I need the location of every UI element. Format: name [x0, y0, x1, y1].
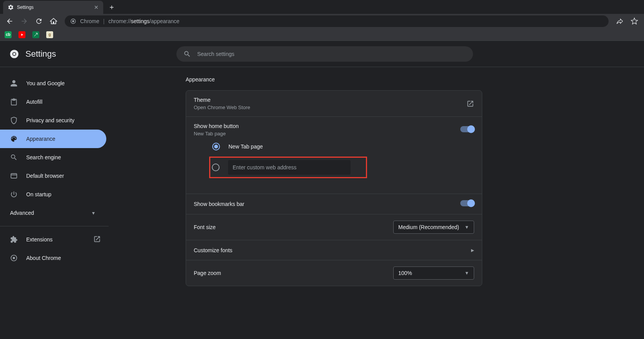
- sidebar: You and Google Autofill Privacy and secu…: [0, 67, 109, 339]
- row-title: Page zoom: [194, 270, 393, 276]
- custom-address-input[interactable]: [228, 160, 351, 175]
- font-size-select[interactable]: Medium (Recommended) ▼: [393, 221, 474, 234]
- svg-rect-5: [11, 174, 17, 178]
- sidebar-item-about[interactable]: About Chrome: [0, 249, 109, 267]
- row-bookmarks-bar: Show bookmarks bar: [186, 194, 482, 214]
- svg-point-1: [72, 20, 74, 22]
- sidebar-item-appearance[interactable]: Appearance: [0, 130, 106, 148]
- sidebar-item-extensions[interactable]: Extensions: [0, 230, 109, 249]
- sidebar-item-on-startup[interactable]: On startup: [0, 185, 109, 204]
- forward-button[interactable]: [18, 15, 31, 28]
- svg-point-4: [13, 52, 16, 55]
- row-title: Customize fonts: [194, 247, 471, 253]
- star-icon: [631, 17, 638, 25]
- chevron-right-icon: ▸: [471, 246, 474, 254]
- bookmark-icon-goodreads[interactable]: g: [46, 31, 53, 38]
- svg-point-8: [13, 257, 15, 259]
- sidebar-advanced-label: Advanced: [10, 210, 34, 216]
- close-icon[interactable]: ✕: [94, 4, 99, 10]
- palette-icon: [10, 135, 18, 143]
- home-button[interactable]: [47, 15, 60, 28]
- sidebar-item-label: Search engine: [26, 154, 61, 160]
- browser-icon: [10, 172, 18, 180]
- omnibox[interactable]: Chrome | chrome://settings/appearance: [65, 15, 609, 27]
- tab-bar: Settings ✕: [0, 0, 644, 14]
- bookmark-icon-1[interactable]: cb: [5, 31, 12, 38]
- new-tab-button[interactable]: [106, 2, 117, 13]
- settings-header: Settings Search settings: [0, 41, 644, 67]
- sidebar-item-label: About Chrome: [26, 255, 61, 261]
- toggle-bookmarks-bar[interactable]: [460, 200, 474, 208]
- gear-icon: [8, 4, 14, 10]
- arrow-icon: [34, 32, 38, 37]
- arrow-left-icon: [6, 17, 13, 25]
- sidebar-item-you-and-google[interactable]: You and Google: [0, 74, 109, 93]
- toggle-home-button[interactable]: [460, 126, 474, 134]
- toolbar: Chrome | chrome://settings/appearance: [0, 14, 644, 29]
- bookmark-star-button[interactable]: [628, 15, 641, 28]
- bookmark-icon-youtube[interactable]: [18, 31, 25, 38]
- section-title: Appearance: [186, 76, 644, 83]
- home-button-radio-group: New Tab page: [194, 137, 474, 187]
- row-title: Font size: [194, 224, 393, 230]
- sidebar-item-privacy[interactable]: Privacy and security: [0, 111, 109, 130]
- search-placeholder: Search settings: [197, 51, 235, 57]
- radio-label: New Tab page: [228, 143, 263, 150]
- sidebar-item-label: Default browser: [26, 173, 64, 179]
- radio-new-tab[interactable]: New Tab page: [212, 140, 474, 153]
- bookmark-icon-3[interactable]: [32, 31, 39, 38]
- settings-card: Theme Open Chrome Web Store Show home bu…: [186, 90, 482, 286]
- chrome-logo-icon: [9, 49, 19, 59]
- tab-title: Settings: [17, 5, 34, 10]
- row-title: Show home button: [194, 123, 460, 129]
- reload-button[interactable]: [32, 15, 45, 28]
- external-link-icon: [93, 235, 101, 244]
- chrome-icon: [10, 254, 18, 262]
- content-area: You and Google Autofill Privacy and secu…: [0, 67, 644, 339]
- back-button[interactable]: [3, 15, 16, 28]
- sidebar-divider: [0, 226, 109, 226]
- sidebar-item-label: Privacy and security: [26, 117, 74, 123]
- row-page-zoom: Page zoom 100% ▼: [186, 260, 482, 286]
- reload-icon: [35, 17, 43, 25]
- sidebar-item-search-engine[interactable]: Search engine: [0, 148, 109, 167]
- external-link-icon: [466, 100, 474, 108]
- home-icon: [50, 17, 57, 25]
- sidebar-advanced[interactable]: Advanced ▾: [0, 204, 109, 222]
- main-panel: Appearance Theme Open Chrome Web Store S…: [109, 67, 644, 339]
- search-settings-input[interactable]: Search settings: [176, 46, 473, 62]
- sidebar-item-autofill[interactable]: Autofill: [0, 93, 109, 111]
- chevron-down-icon: ▾: [92, 210, 95, 216]
- browser-tab[interactable]: Settings ✕: [3, 1, 103, 14]
- bookmarks-bar: cb g: [0, 29, 644, 41]
- page-title: Settings: [25, 49, 56, 59]
- page-zoom-select[interactable]: 100% ▼: [393, 266, 474, 280]
- row-home-button: Show home button New Tab page New Tab pa…: [186, 117, 482, 194]
- chevron-down-icon: ▼: [465, 224, 469, 230]
- omnibox-prefix: Chrome: [80, 18, 99, 24]
- chevron-down-icon: ▼: [465, 270, 469, 276]
- extension-icon: [10, 236, 18, 243]
- sidebar-item-label: Autofill: [26, 99, 42, 105]
- sidebar-item-default-browser[interactable]: Default browser: [0, 167, 109, 185]
- radio-custom-address[interactable]: [212, 164, 220, 171]
- search-icon: [183, 50, 191, 58]
- row-title: Show bookmarks bar: [194, 201, 460, 207]
- sidebar-item-label: Extensions: [26, 236, 52, 243]
- power-icon: [10, 191, 18, 198]
- plus-icon: [109, 4, 115, 10]
- sidebar-item-label: On startup: [26, 191, 51, 197]
- select-value: 100%: [398, 270, 412, 276]
- clipboard-icon: [10, 98, 18, 106]
- sidebar-item-label: You and Google: [26, 80, 65, 86]
- arrow-right-icon: [20, 17, 28, 25]
- share-button[interactable]: [613, 15, 626, 28]
- youtube-play-icon: [20, 33, 24, 37]
- row-theme[interactable]: Theme Open Chrome Web Store: [186, 91, 482, 117]
- row-font-size: Font size Medium (Recommended) ▼: [186, 214, 482, 240]
- highlight-annotation: [209, 157, 367, 178]
- row-subtitle: New Tab page: [194, 131, 460, 137]
- radio-selected-icon: [212, 143, 220, 150]
- share-icon: [616, 17, 624, 25]
- row-customize-fonts[interactable]: Customize fonts ▸: [186, 240, 482, 260]
